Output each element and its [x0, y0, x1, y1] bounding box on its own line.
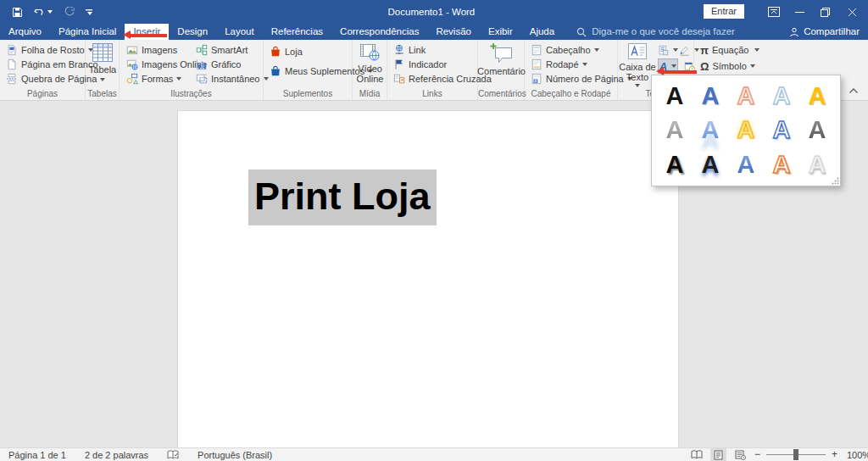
tell-me-placeholder: Diga-me o que você deseja fazer: [592, 24, 735, 40]
document-page[interactable]: Print Loja: [177, 110, 679, 447]
picture-icon: [126, 44, 138, 56]
wordart-style-option[interactable]: A: [764, 79, 799, 114]
online-video-icon: [359, 42, 381, 62]
tab-design[interactable]: Design: [169, 24, 216, 40]
ribbon-display-options-button[interactable]: [761, 0, 787, 24]
web-layout-button[interactable]: [732, 448, 748, 461]
selected-text: Print Loja: [248, 169, 437, 225]
smartart-button[interactable]: SmartArt: [194, 43, 270, 57]
zoom-slider[interactable]: [766, 454, 826, 455]
window-title: Documento1 - Word: [388, 0, 476, 24]
tab-correspondencias[interactable]: Correspondências: [331, 24, 427, 40]
wordart-style-option[interactable]: A: [693, 114, 728, 148]
wordart-style-option[interactable]: A: [657, 79, 693, 114]
dropdown-caret: [673, 48, 678, 52]
grafico-button[interactable]: Gráfico: [194, 58, 270, 71]
minimize-button[interactable]: [787, 0, 812, 24]
wordart-style-option[interactable]: A: [764, 147, 799, 182]
dropdown-caret: [750, 64, 755, 68]
group-label-cabecalho-rodape: Cabeçalho e Rodapé: [525, 89, 617, 98]
wordart-style-option[interactable]: A: [657, 147, 693, 182]
wordart-style-option[interactable]: A: [728, 114, 764, 148]
wordart-style-option[interactable]: A: [693, 79, 728, 114]
word-application-window: Documento1 - Word Entrar Arquivo Página …: [0, 0, 868, 461]
zoom-level[interactable]: 100%: [843, 450, 868, 460]
zoom-in-button[interactable]: +: [832, 448, 837, 461]
comment-icon: [489, 42, 515, 64]
tab-inserir[interactable]: Inserir: [125, 24, 169, 40]
tab-exibir[interactable]: Exibir: [480, 24, 521, 40]
group-comentarios: Comentário Comentários: [478, 40, 525, 100]
save-icon[interactable]: [12, 7, 23, 18]
group-paginas: Folha de Rosto Página em Branco Quebra d…: [0, 40, 86, 100]
header-icon: [531, 44, 542, 56]
title-bar: Documento1 - Word Entrar: [0, 0, 868, 24]
smartart-icon: [196, 44, 208, 56]
person-icon: [789, 27, 799, 37]
group-label-links: Links: [387, 89, 477, 98]
instantaneo-button[interactable]: Instantâneo: [194, 72, 270, 86]
group-links: Link Indicador Referência Cruzada Links: [387, 40, 478, 100]
wordart-style-option[interactable]: A: [799, 114, 835, 148]
tab-referencias[interactable]: Referências: [263, 24, 331, 40]
customize-qat-button[interactable]: [86, 9, 92, 15]
group-label-suplementos: Suplementos: [264, 89, 352, 98]
my-addins-icon: [270, 65, 281, 77]
share-button[interactable]: Compartilhar: [789, 24, 860, 40]
tab-ajuda[interactable]: Ajuda: [521, 24, 563, 40]
comentario-button[interactable]: Comentário: [478, 42, 525, 77]
wordart-style-option[interactable]: A: [799, 79, 835, 114]
group-label-tabelas: Tabelas: [86, 89, 119, 98]
search-icon: [576, 27, 587, 37]
omega-icon: Ω: [700, 61, 709, 72]
wordart-style-option[interactable]: A: [693, 147, 728, 182]
pi-icon: π: [700, 45, 709, 56]
restore-button[interactable]: [812, 0, 837, 24]
zoom-slider-handle[interactable]: [793, 449, 798, 460]
redo-icon[interactable]: [64, 7, 75, 17]
group-label-paginas: Páginas: [0, 89, 85, 98]
tab-layout[interactable]: Layout: [216, 24, 263, 40]
cross-reference-icon: [393, 73, 405, 85]
dropdown-caret: [100, 78, 105, 81]
tell-me-search[interactable]: Diga-me o que você deseja fazer: [576, 24, 735, 40]
print-layout-button[interactable]: [710, 448, 726, 461]
wordart-style-option[interactable]: A: [657, 114, 693, 148]
equacao-button[interactable]: π Equação: [698, 43, 761, 57]
read-mode-button[interactable]: [688, 448, 704, 461]
dropdown-caret: [754, 48, 760, 52]
view-switcher: [688, 448, 748, 461]
close-button[interactable]: [839, 0, 865, 24]
signature-line-icon: [679, 45, 690, 56]
cover-page-icon: [6, 44, 18, 56]
group-label-ilustracoes: Ilustrações: [120, 89, 263, 98]
partes-rapidas-button[interactable]: [658, 42, 678, 58]
quick-parts-icon: [658, 45, 669, 56]
sign-in-button[interactable]: Entrar: [704, 4, 744, 19]
popup-resize-grip[interactable]: [832, 177, 839, 185]
word-count[interactable]: 2 de 2 palavras: [85, 450, 148, 460]
page-indicator[interactable]: Página 1 de 1: [8, 450, 66, 460]
wordart-style-option[interactable]: A: [764, 114, 799, 148]
wordart-style-option[interactable]: A: [728, 147, 764, 182]
language-indicator[interactable]: Português (Brasil): [198, 450, 272, 460]
zoom-controls: − + 100%: [754, 448, 868, 461]
wordart-style-option[interactable]: A: [799, 147, 835, 182]
tab-revisao[interactable]: Revisão: [427, 24, 480, 40]
wordart-gallery-popup: A A A A A A A A A A A A A A A: [651, 75, 841, 186]
wordart-style-option[interactable]: A: [728, 79, 764, 114]
undo-button[interactable]: [34, 7, 53, 17]
zoom-out-button[interactable]: −: [754, 448, 760, 461]
simbolo-button[interactable]: Ω Símbolo: [698, 59, 761, 73]
tab-pagina-inicial[interactable]: Página Inicial: [50, 24, 125, 40]
tabela-button[interactable]: Tabela: [88, 42, 117, 81]
proofing-icon[interactable]: [167, 450, 179, 460]
collapse-ribbon-chevron-icon[interactable]: [849, 87, 859, 94]
video-online-button[interactable]: Vídeo Online: [354, 42, 386, 84]
group-label-midia: Mídia: [353, 89, 387, 98]
dropdown-caret: [635, 84, 640, 87]
screenshot-icon: [196, 73, 208, 85]
page-break-icon: [6, 73, 18, 85]
status-bar: Página 1 de 1 2 de 2 palavras Português …: [0, 447, 868, 461]
tab-arquivo[interactable]: Arquivo: [0, 24, 50, 40]
